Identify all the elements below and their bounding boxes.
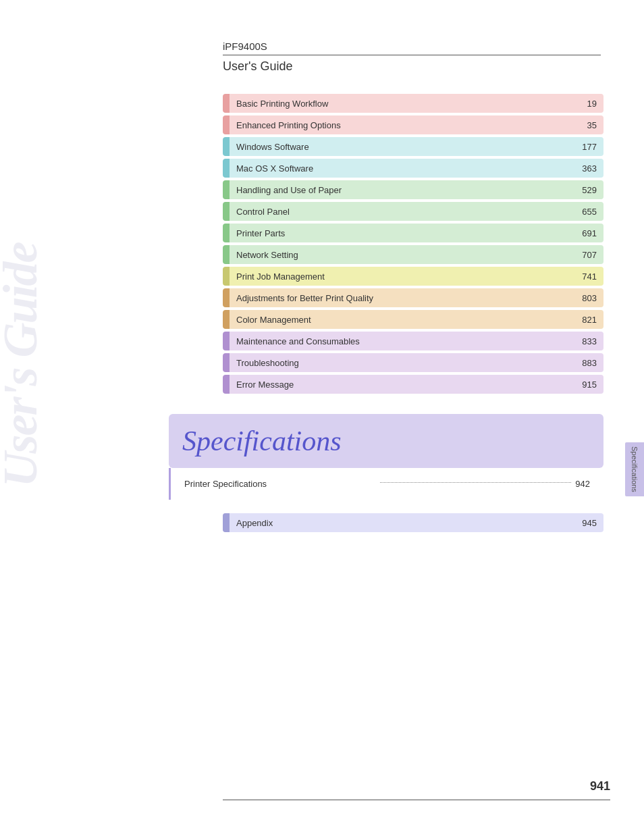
toc-item-tab bbox=[223, 288, 230, 307]
toc-item: Handling and Use of Paper529 bbox=[223, 180, 603, 199]
printer-specifications-label: Printer Specifications bbox=[184, 479, 376, 489]
toc-item-page: 915 bbox=[575, 377, 603, 392]
toc-item-label: Maintenance and Consumables bbox=[230, 334, 575, 349]
toc-item-page: 883 bbox=[575, 355, 603, 371]
toc-item-page: 833 bbox=[575, 334, 603, 349]
toc-item-tab bbox=[223, 159, 230, 178]
toc-item-tab bbox=[223, 375, 230, 394]
printer-specifications-page: 942 bbox=[575, 479, 590, 489]
toc-item: Windows Software177 bbox=[223, 137, 603, 156]
toc-item-label: Printer Parts bbox=[230, 226, 575, 241]
specifications-side-label: Specifications bbox=[625, 442, 644, 496]
toc-container: Basic Printing Workflow19Enhanced Printi… bbox=[223, 94, 603, 394]
toc-item-tab bbox=[223, 224, 230, 242]
toc-item: Mac OS X Software363 bbox=[223, 159, 603, 178]
toc-item-label: Control Panel bbox=[230, 204, 575, 219]
header-divider bbox=[223, 55, 601, 55]
toc-item-label: Basic Printing Workflow bbox=[230, 96, 576, 111]
bottom-divider bbox=[223, 800, 610, 800]
toc-item-tab bbox=[223, 310, 230, 329]
toc-item: Adjustments for Better Print Quality803 bbox=[223, 288, 603, 307]
toc-item: Maintenance and Consumables833 bbox=[223, 332, 603, 350]
toc-item-tab bbox=[223, 137, 230, 156]
toc-item: Print Job Management741 bbox=[223, 267, 603, 286]
specs-dots bbox=[380, 482, 572, 483]
toc-item-label: Troubleshooting bbox=[230, 355, 575, 371]
specifications-section: Specifications Printer Specifications 94… bbox=[169, 414, 603, 500]
toc-item-page: 177 bbox=[575, 139, 603, 155]
toc-item-page: 691 bbox=[575, 226, 603, 241]
watermark: User's Guide bbox=[0, 242, 49, 487]
guide-title: User's Guide bbox=[223, 59, 644, 74]
toc-item-label: Print Job Management bbox=[230, 269, 575, 284]
toc-item-page: 655 bbox=[575, 204, 603, 219]
appendix-label: Appendix bbox=[230, 515, 575, 531]
toc-item: Enhanced Printing Options35 bbox=[223, 115, 603, 134]
model-name: iPF9400S bbox=[223, 41, 644, 52]
toc-item: Error Message915 bbox=[223, 375, 603, 394]
toc-item: Printer Parts691 bbox=[223, 224, 603, 242]
appendix-tab bbox=[223, 513, 230, 532]
toc-item-tab bbox=[223, 267, 230, 286]
toc-item-tab bbox=[223, 202, 230, 221]
toc-item-page: 19 bbox=[576, 96, 603, 111]
specifications-header: Specifications bbox=[169, 414, 603, 468]
appendix-page: 945 bbox=[575, 515, 603, 531]
toc-item-label: Error Message bbox=[230, 377, 575, 392]
toc-item-page: 821 bbox=[575, 312, 603, 328]
toc-item-label: Handling and Use of Paper bbox=[230, 182, 575, 198]
toc-item-tab bbox=[223, 180, 230, 199]
toc-item-tab bbox=[223, 353, 230, 372]
toc-item-page: 529 bbox=[575, 182, 603, 198]
toc-item-label: Mac OS X Software bbox=[230, 161, 575, 176]
toc-item-label: Network Setting bbox=[230, 247, 575, 263]
printer-specifications-entry: Printer Specifications 942 bbox=[184, 479, 590, 489]
toc-item-page: 35 bbox=[576, 118, 603, 133]
toc-item: Network Setting707 bbox=[223, 245, 603, 264]
appendix-container: Appendix 945 bbox=[223, 513, 603, 532]
toc-item: Control Panel655 bbox=[223, 202, 603, 221]
toc-item-tab bbox=[223, 115, 230, 134]
specifications-content: Printer Specifications 942 bbox=[169, 468, 603, 500]
toc-item-page: 803 bbox=[575, 290, 603, 306]
page-number: 941 bbox=[590, 779, 610, 793]
toc-item-tab bbox=[223, 245, 230, 264]
toc-item: Troubleshooting883 bbox=[223, 353, 603, 372]
toc-item-label: Color Management bbox=[230, 312, 575, 328]
header: iPF9400S User's Guide bbox=[0, 0, 644, 80]
toc-item-label: Enhanced Printing Options bbox=[230, 118, 576, 133]
toc-item-tab bbox=[223, 94, 230, 113]
toc-item-page: 741 bbox=[575, 269, 603, 284]
toc-item-page: 363 bbox=[575, 161, 603, 176]
toc-item-tab bbox=[223, 332, 230, 350]
toc-item-label: Adjustments for Better Print Quality bbox=[230, 290, 575, 306]
appendix-item: Appendix 945 bbox=[223, 513, 603, 532]
toc-item-label: Windows Software bbox=[230, 139, 575, 155]
toc-item: Color Management821 bbox=[223, 310, 603, 329]
toc-item-page: 707 bbox=[575, 247, 603, 263]
toc-item: Basic Printing Workflow19 bbox=[223, 94, 603, 113]
specifications-title: Specifications bbox=[182, 425, 342, 457]
page-container: iPF9400S User's Guide Basic Printing Wor… bbox=[0, 0, 644, 834]
